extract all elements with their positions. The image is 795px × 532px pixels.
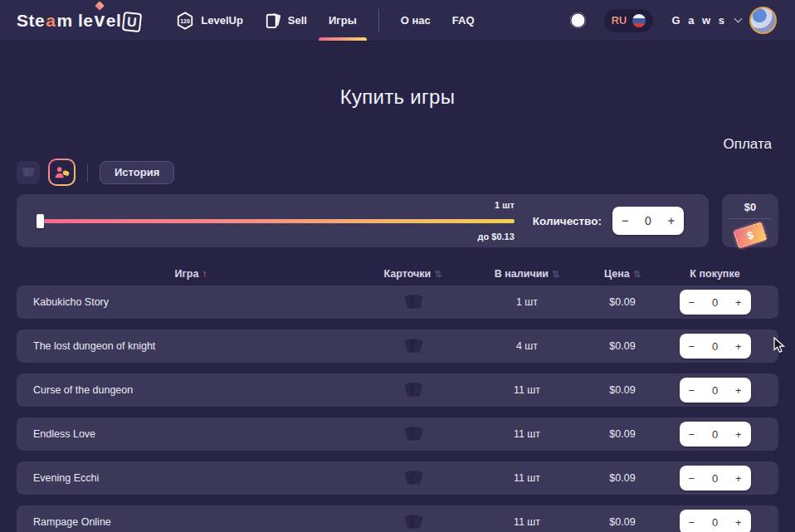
row-quantity-stepper: − 0 +: [680, 334, 751, 359]
cards-view-button[interactable]: [17, 161, 40, 184]
nav-item-faq[interactable]: FAQ: [452, 0, 475, 41]
plus-button[interactable]: +: [668, 214, 675, 227]
quantity-slider-panel: 1 шт до $0.13 Количество: − 0 +: [17, 194, 709, 247]
sort-icon[interactable]: ⇅: [434, 269, 441, 279]
nav-label: Sell: [288, 14, 307, 27]
games-view-button[interactable]: [48, 159, 76, 186]
plus-button[interactable]: +: [735, 472, 742, 485]
nav-item-sell[interactable]: Sell: [265, 0, 307, 41]
view-controls: История: [17, 159, 778, 186]
game-name: Endless Love: [17, 428, 365, 440]
slider-handle[interactable]: [37, 214, 44, 228]
sort-icon[interactable]: ⇅: [552, 269, 559, 279]
game-cards-cell: [365, 425, 461, 443]
pay-ticket-icon[interactable]: $: [733, 222, 767, 249]
person-gamepad-icon: [54, 165, 71, 179]
minus-button[interactable]: −: [689, 472, 695, 485]
minus-button[interactable]: −: [689, 428, 695, 441]
price-value: $0.09: [593, 296, 651, 308]
buy-cell: − 0 +: [651, 334, 778, 359]
plus-button[interactable]: +: [735, 516, 742, 529]
top-navigation-bar: Steam levelU 120 LevelUp Sell Игры О нас…: [0, 0, 795, 41]
quantity-group: Количество: − 0 +: [533, 207, 684, 235]
quantity-value[interactable]: 0: [712, 472, 718, 485]
minus-button[interactable]: −: [689, 340, 695, 353]
minus-button[interactable]: −: [689, 384, 695, 397]
price-value: $0.09: [593, 384, 651, 396]
nav-item-about[interactable]: О нас: [401, 0, 431, 41]
plus-button[interactable]: +: [735, 296, 742, 309]
minus-button[interactable]: −: [622, 214, 628, 227]
minus-button[interactable]: −: [689, 516, 695, 529]
payment-heading: Оплата: [17, 136, 778, 153]
game-cards-cell: [365, 469, 461, 487]
theme-toggle-icon[interactable]: [570, 12, 586, 28]
avatar[interactable]: [749, 7, 777, 34]
quantity-value[interactable]: 0: [645, 214, 651, 227]
nav-label: LevelUp: [201, 14, 243, 27]
plus-button[interactable]: +: [735, 340, 742, 353]
buy-cell: − 0 +: [651, 290, 778, 315]
game-name: Evening Ecchi: [17, 472, 365, 484]
history-button[interactable]: История: [100, 161, 174, 184]
language-code: RU: [612, 14, 627, 27]
nav-item-levelup[interactable]: 120 LevelUp: [176, 0, 243, 41]
quantity-value[interactable]: 0: [712, 384, 718, 397]
game-name: Kabukicho Story: [17, 296, 365, 308]
quantity-value[interactable]: 0: [712, 516, 718, 529]
row-quantity-stepper: − 0 +: [680, 466, 751, 491]
plus-button[interactable]: +: [735, 428, 742, 441]
nav-label: Игры: [329, 14, 357, 27]
games-table-body: Kabukicho Story 1 шт $0.09 − 0 + The los…: [17, 286, 778, 532]
price-value: $0.09: [593, 428, 651, 440]
table-row: The lost dungeon of knight 4 шт $0.09 − …: [17, 329, 778, 363]
row-quantity-stepper: − 0 +: [680, 422, 751, 447]
nav-label: FAQ: [452, 14, 475, 27]
minus-button[interactable]: −: [689, 296, 695, 309]
game-cards-cell: [365, 381, 461, 399]
language-selector[interactable]: RU: [604, 9, 654, 32]
quantity-value[interactable]: 0: [712, 340, 718, 353]
slider: 1 шт до $0.13: [39, 194, 515, 247]
logo-text: m le: [56, 11, 93, 31]
quantity-value[interactable]: 0: [712, 296, 718, 309]
game-cards-cell: [365, 337, 461, 355]
sort-icon[interactable]: ⇅: [633, 269, 641, 279]
cards-icon: [21, 166, 36, 179]
chevron-down-icon: [734, 15, 743, 23]
svg-text:120: 120: [181, 18, 191, 24]
payment-divider: [729, 218, 772, 219]
main-nav: 120 LevelUp Sell Игры О нас FAQ: [176, 0, 474, 41]
logo-text: Ste: [17, 11, 45, 31]
logo-accent-a: a: [46, 11, 56, 31]
plus-button[interactable]: +: [735, 384, 742, 397]
buy-cell: − 0 +: [651, 422, 778, 447]
games-table-header: Игра↑ Карточки⇅ В наличии⇅ Цена⇅ К покуп…: [17, 262, 778, 286]
table-row: Endless Love 11 шт $0.09 − 0 +: [17, 417, 778, 451]
quantity-label: Количество:: [533, 215, 602, 227]
stock-value: 4 шт: [461, 340, 593, 352]
table-row: Rampage Online 11 шт $0.09 − 0 +: [17, 505, 778, 532]
total-amount: $0: [744, 201, 756, 213]
column-header-stock[interactable]: В наличии⇅: [461, 268, 593, 280]
column-header-cards[interactable]: Карточки⇅: [365, 268, 461, 280]
price-value: $0.09: [593, 340, 651, 352]
column-header-game[interactable]: Игра↑: [17, 268, 365, 280]
site-logo[interactable]: Steam levelU: [17, 9, 141, 32]
quantity-stepper: − 0 +: [612, 207, 684, 235]
price-value: $0.09: [593, 516, 651, 528]
sort-asc-icon[interactable]: ↑: [202, 268, 207, 280]
game-cards-cell: [365, 293, 461, 311]
table-row: Evening Ecchi 11 шт $0.09 − 0 +: [17, 461, 778, 495]
stock-value: 11 шт: [461, 472, 593, 484]
table-row: Kabukicho Story 1 шт $0.09 − 0 +: [17, 286, 778, 319]
nav-item-games[interactable]: Игры: [329, 0, 357, 41]
slider-max-label: 1 шт: [495, 200, 515, 210]
slider-track[interactable]: [39, 219, 515, 223]
game-name: The lost dungeon of knight: [17, 340, 365, 352]
quantity-value[interactable]: 0: [712, 428, 718, 441]
user-menu[interactable]: G a w s: [671, 7, 777, 34]
column-header-price[interactable]: Цена⇅: [593, 268, 651, 280]
slider-price-label: до $0.13: [478, 232, 515, 242]
top-right-controls: RU G a w s: [570, 7, 777, 34]
